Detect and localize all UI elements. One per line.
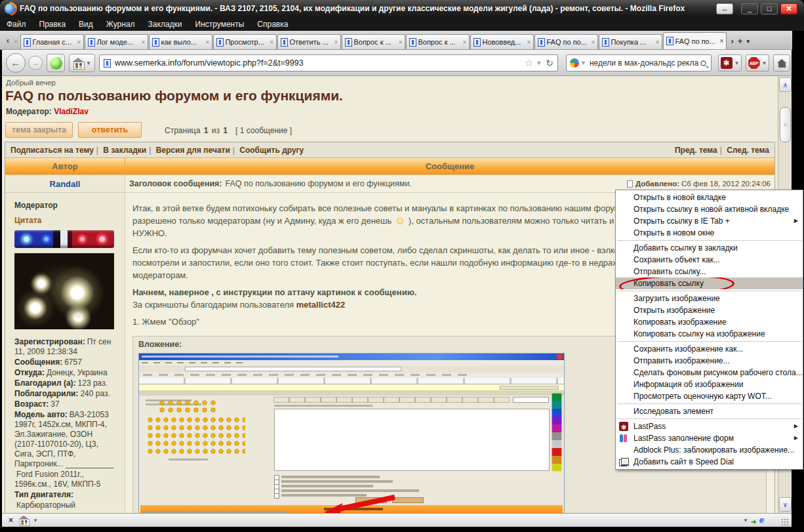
- tab-close-icon[interactable]: ×: [527, 39, 531, 46]
- menubar-item[interactable]: Правка: [33, 17, 73, 31]
- context-menu-item[interactable]: Сохранить изображение как...: [616, 343, 803, 355]
- url-dropdown-icon[interactable]: ▼: [536, 60, 542, 66]
- search-magnifier-icon[interactable]: [700, 60, 706, 66]
- window-maximize-button[interactable]: □: [761, 3, 778, 14]
- home-button[interactable]: [773, 54, 790, 72]
- window-resize-button[interactable]: ↔: [716, 3, 733, 14]
- tab-scroll-left-icon[interactable]: ‹: [3, 34, 13, 47]
- url-bar[interactable]: www.semerka.info/forum/viewtopic.php?f=2…: [99, 54, 558, 72]
- quote-link[interactable]: Цитата: [14, 216, 117, 225]
- tab-scroll-right-icon[interactable]: ›: [731, 36, 733, 46]
- menu-item-icon: [619, 407, 628, 416]
- scroll-down-icon[interactable]: ∨: [779, 497, 792, 512]
- lastpass-toolbar-button[interactable]: ✱ ▼: [718, 54, 742, 72]
- adblock-plus-toolbar-button[interactable]: ABP ▼: [746, 54, 769, 72]
- attachment-image[interactable]: [138, 353, 565, 513]
- context-menu-item[interactable]: Отправить изображение...: [616, 355, 803, 367]
- topic-action-link[interactable]: Сообщить другу: [230, 146, 304, 155]
- profile-field: Тип двигателя:: [14, 490, 117, 500]
- browser-tab[interactable]: как выло... ×: [149, 34, 212, 49]
- author-username-link[interactable]: Randall: [5, 175, 125, 192]
- reload-icon[interactable]: ↻: [546, 58, 553, 68]
- search-bar[interactable]: ▼ недели в мак-дональдс реклама: [566, 54, 712, 72]
- context-menu-item[interactable]: LastPass заполнение форм: [616, 432, 803, 444]
- chevron-down-icon[interactable]: ▼: [33, 518, 38, 523]
- house-dots-icon[interactable]: [19, 516, 29, 525]
- mini-checkbox-row: [274, 475, 471, 479]
- speed-dial-button[interactable]: ▼: [69, 54, 95, 72]
- context-menu-item[interactable]: Копировать изображение: [616, 316, 803, 328]
- moderator-name-link[interactable]: VladiZlav: [54, 107, 89, 116]
- topic-nav-link[interactable]: Пред. тема: [675, 146, 717, 155]
- bookmark-star-icon[interactable]: ☆: [525, 57, 533, 69]
- context-menu-item[interactable]: LastPass: [616, 420, 803, 432]
- context-menu-item[interactable]: Отправить ссылку...: [616, 266, 803, 277]
- tab-close-icon[interactable]: ×: [206, 39, 210, 46]
- context-menu-item[interactable]: Adblock Plus: заблокировать изображение.…: [616, 444, 803, 456]
- browser-tab[interactable]: Вопрос к ... ×: [406, 34, 470, 49]
- tab-close-icon[interactable]: ×: [334, 39, 338, 46]
- topic-action-link[interactable]: Версия для печати: [146, 146, 230, 155]
- ie-tab-status-icon[interactable]: e➜: [754, 516, 764, 525]
- new-tab-button[interactable]: +: [738, 36, 743, 46]
- menu-item-icon: [619, 279, 628, 288]
- context-menu-item[interactable]: Информация об изображении: [616, 379, 803, 390]
- context-menu-item[interactable]: Открыть ссылку в IE Tab +: [616, 215, 803, 227]
- addonbar-close-icon[interactable]: ×: [9, 516, 13, 525]
- tab-close-icon[interactable]: ×: [399, 39, 403, 46]
- context-menu-item[interactable]: Исследовать элемент: [616, 405, 803, 417]
- context-menu-item[interactable]: Загрузить изображение: [616, 293, 803, 304]
- context-menu-item[interactable]: Сохранить объект как...: [616, 254, 803, 266]
- window-close-button[interactable]: ✕: [780, 3, 797, 14]
- tab-close-icon[interactable]: ×: [656, 39, 660, 46]
- context-menu-item[interactable]: Добавить сайт в Speed Dial: [616, 456, 803, 468]
- scroll-up-icon[interactable]: ∧: [779, 77, 792, 92]
- browser-tab[interactable]: Главная с... ×: [20, 34, 84, 49]
- tab-close-icon[interactable]: ×: [77, 39, 81, 46]
- reply-button[interactable]: ответить: [78, 122, 142, 138]
- context-menu-item[interactable]: Открыть ссылку в новой активной вкладке: [616, 203, 803, 215]
- topic-action-link[interactable]: Подписаться на тему: [10, 146, 94, 155]
- chevron-down-icon[interactable]: ▼: [743, 518, 748, 523]
- browser-tab[interactable]: Лог моде... ×: [85, 34, 148, 49]
- context-menu-item[interactable]: Открыть в новой вкладке: [616, 192, 803, 203]
- context-menu-item[interactable]: Открыть в новом окне: [616, 227, 803, 239]
- browser-tab[interactable]: FAQ по по... ×: [534, 34, 598, 49]
- scrollbar-thumb[interactable]: ≡: [780, 107, 791, 142]
- menubar-item[interactable]: Файл: [0, 17, 33, 31]
- tab-close-icon[interactable]: ×: [592, 39, 595, 46]
- browser-tab[interactable]: Вопрос к ... ×: [342, 34, 405, 49]
- browser-tab[interactable]: FAQ по по... ×: [663, 32, 727, 49]
- browser-tab[interactable]: Ответить ... ×: [277, 34, 341, 49]
- qip-extension-button[interactable]: [47, 54, 65, 72]
- url-input[interactable]: www.semerka.info/forum/viewtopic.php?f=2…: [115, 58, 523, 68]
- topic-locked-button[interactable]: тема закрыта: [5, 122, 73, 138]
- engine-dropdown-icon[interactable]: ▼: [580, 60, 586, 66]
- context-menu-item[interactable]: Добавить ссылку в закладки: [616, 242, 803, 254]
- topic-action-link[interactable]: В закладки: [94, 146, 146, 155]
- browser-tab[interactable]: Покупка ... ×: [599, 34, 662, 49]
- context-menu-item[interactable]: Открыть изображение: [616, 304, 803, 316]
- context-menu-item[interactable]: Сделать фоновым рисунком рабочего стола.…: [616, 367, 803, 379]
- forward-button[interactable]: →: [28, 56, 43, 70]
- resize-grip[interactable]: [781, 518, 789, 526]
- tab-close-icon[interactable]: ×: [463, 39, 467, 46]
- context-menu-item[interactable]: Просмотреть оценочную карту WOT...: [616, 390, 803, 402]
- list-all-tabs-icon[interactable]: ▾: [746, 38, 750, 45]
- menubar-item[interactable]: Справка: [251, 17, 294, 31]
- tab-close-icon[interactable]: ×: [142, 39, 146, 46]
- topic-nav-link[interactable]: След. тема: [717, 146, 769, 155]
- tab-close-icon[interactable]: ×: [270, 39, 274, 46]
- search-input[interactable]: недели в мак-дональдс реклама: [590, 58, 698, 68]
- menubar-item[interactable]: Вид: [72, 17, 100, 31]
- tab-close-icon[interactable]: ×: [720, 37, 724, 45]
- window-minimize-button[interactable]: _: [741, 3, 758, 14]
- menubar-item[interactable]: Инструменты: [189, 17, 251, 31]
- browser-tab[interactable]: Просмотр... ×: [213, 34, 277, 49]
- browser-tab[interactable]: Нововвед... ×: [470, 34, 534, 49]
- menubar-item[interactable]: Журнал: [100, 17, 142, 31]
- context-menu-item[interactable]: Копировать ссылку: [616, 277, 803, 289]
- back-button[interactable]: ←: [6, 53, 26, 73]
- menubar-item[interactable]: Закладки: [142, 17, 189, 31]
- context-menu-item[interactable]: Копировать ссылку на изображение: [616, 328, 803, 340]
